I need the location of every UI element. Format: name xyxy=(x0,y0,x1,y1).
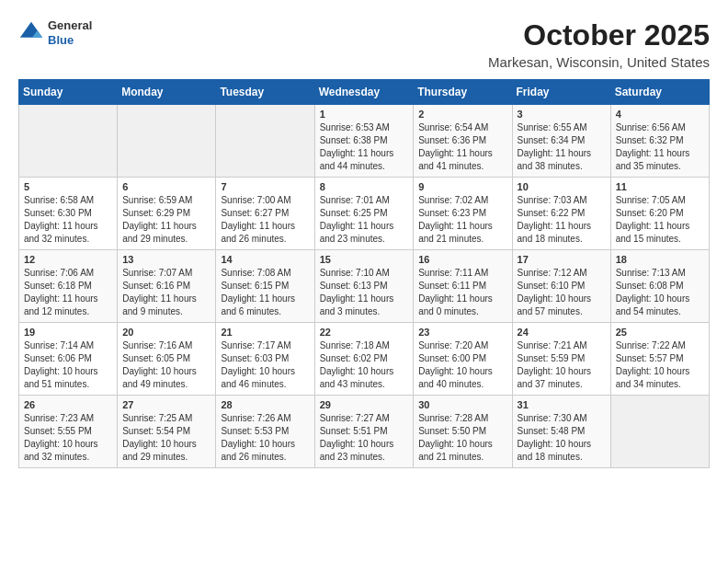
day-number: 26 xyxy=(24,399,112,410)
day-number: 18 xyxy=(616,254,704,265)
day-info: Sunrise: 7:20 AM Sunset: 6:00 PM Dayligh… xyxy=(418,339,506,391)
calendar-cell: 19Sunrise: 7:14 AM Sunset: 6:06 PM Dayli… xyxy=(19,323,118,396)
calendar-cell xyxy=(216,105,314,178)
calendar-table: SundayMondayTuesdayWednesdayThursdayFrid… xyxy=(18,79,710,468)
calendar-cell: 30Sunrise: 7:28 AM Sunset: 5:50 PM Dayli… xyxy=(414,396,512,468)
weekday-header: Wednesday xyxy=(314,80,414,105)
day-number: 11 xyxy=(616,181,704,192)
weekday-header: Sunday xyxy=(19,80,118,105)
day-info: Sunrise: 6:53 AM Sunset: 6:38 PM Dayligh… xyxy=(320,121,409,173)
day-number: 22 xyxy=(320,327,409,338)
day-number: 17 xyxy=(518,254,606,265)
calendar-week-row: 12Sunrise: 7:06 AM Sunset: 6:18 PM Dayli… xyxy=(19,250,710,323)
calendar-cell: 21Sunrise: 7:17 AM Sunset: 6:03 PM Dayli… xyxy=(216,323,314,396)
day-info: Sunrise: 7:23 AM Sunset: 5:55 PM Dayligh… xyxy=(24,412,112,464)
weekday-header: Tuesday xyxy=(216,80,314,105)
weekday-header-row: SundayMondayTuesdayWednesdayThursdayFrid… xyxy=(19,80,710,105)
calendar-cell: 8Sunrise: 7:01 AM Sunset: 6:25 PM Daylig… xyxy=(314,178,414,250)
day-number: 24 xyxy=(518,327,606,338)
day-number: 10 xyxy=(518,181,606,192)
calendar-cell: 3Sunrise: 6:55 AM Sunset: 6:34 PM Daylig… xyxy=(512,105,610,178)
logo-icon xyxy=(18,20,44,46)
day-info: Sunrise: 7:03 AM Sunset: 6:22 PM Dayligh… xyxy=(518,194,606,246)
day-info: Sunrise: 6:55 AM Sunset: 6:34 PM Dayligh… xyxy=(518,121,606,173)
calendar-cell: 18Sunrise: 7:13 AM Sunset: 6:08 PM Dayli… xyxy=(610,250,709,323)
day-number: 30 xyxy=(418,399,506,410)
calendar-cell: 13Sunrise: 7:07 AM Sunset: 6:16 PM Dayli… xyxy=(118,250,216,323)
day-number: 2 xyxy=(418,109,506,120)
day-number: 19 xyxy=(24,327,112,338)
day-info: Sunrise: 6:54 AM Sunset: 6:36 PM Dayligh… xyxy=(418,121,506,173)
day-info: Sunrise: 7:17 AM Sunset: 6:03 PM Dayligh… xyxy=(221,339,309,391)
day-number: 3 xyxy=(518,109,606,120)
day-number: 13 xyxy=(122,254,210,265)
day-info: Sunrise: 7:08 AM Sunset: 6:15 PM Dayligh… xyxy=(221,267,309,318)
calendar-cell: 24Sunrise: 7:21 AM Sunset: 5:59 PM Dayli… xyxy=(512,323,610,396)
day-info: Sunrise: 7:26 AM Sunset: 5:53 PM Dayligh… xyxy=(221,412,309,464)
day-number: 5 xyxy=(24,181,112,192)
calendar-week-row: 5Sunrise: 6:58 AM Sunset: 6:30 PM Daylig… xyxy=(19,178,710,250)
day-number: 7 xyxy=(221,181,309,192)
calendar-cell: 4Sunrise: 6:56 AM Sunset: 6:32 PM Daylig… xyxy=(610,105,709,178)
day-info: Sunrise: 7:30 AM Sunset: 5:48 PM Dayligh… xyxy=(518,412,606,464)
day-number: 27 xyxy=(122,399,210,410)
day-number: 4 xyxy=(616,109,704,120)
calendar-cell: 11Sunrise: 7:05 AM Sunset: 6:20 PM Dayli… xyxy=(610,178,709,250)
month-title: October 2025 xyxy=(488,18,710,52)
day-info: Sunrise: 6:56 AM Sunset: 6:32 PM Dayligh… xyxy=(616,121,704,173)
calendar-week-row: 1Sunrise: 6:53 AM Sunset: 6:38 PM Daylig… xyxy=(19,105,710,178)
day-number: 29 xyxy=(320,399,409,410)
page-header: General Blue October 2025 Markesan, Wisc… xyxy=(18,18,710,70)
calendar-cell: 26Sunrise: 7:23 AM Sunset: 5:55 PM Dayli… xyxy=(19,396,118,468)
calendar-cell: 15Sunrise: 7:10 AM Sunset: 6:13 PM Dayli… xyxy=(314,250,414,323)
calendar-cell: 29Sunrise: 7:27 AM Sunset: 5:51 PM Dayli… xyxy=(314,396,414,468)
logo-text: General Blue xyxy=(48,18,92,47)
day-info: Sunrise: 7:12 AM Sunset: 6:10 PM Dayligh… xyxy=(518,267,606,318)
day-info: Sunrise: 6:59 AM Sunset: 6:29 PM Dayligh… xyxy=(122,194,210,246)
day-info: Sunrise: 7:06 AM Sunset: 6:18 PM Dayligh… xyxy=(24,267,112,318)
calendar-cell xyxy=(610,396,709,468)
day-number: 20 xyxy=(122,327,210,338)
day-info: Sunrise: 7:02 AM Sunset: 6:23 PM Dayligh… xyxy=(418,194,506,246)
day-number: 12 xyxy=(24,254,112,265)
weekday-header: Monday xyxy=(118,80,216,105)
calendar-cell: 2Sunrise: 6:54 AM Sunset: 6:36 PM Daylig… xyxy=(414,105,512,178)
calendar-cell: 7Sunrise: 7:00 AM Sunset: 6:27 PM Daylig… xyxy=(216,178,314,250)
day-info: Sunrise: 7:13 AM Sunset: 6:08 PM Dayligh… xyxy=(616,267,704,318)
day-info: Sunrise: 7:25 AM Sunset: 5:54 PM Dayligh… xyxy=(122,412,210,464)
day-info: Sunrise: 7:28 AM Sunset: 5:50 PM Dayligh… xyxy=(418,412,506,464)
calendar-cell: 10Sunrise: 7:03 AM Sunset: 6:22 PM Dayli… xyxy=(512,178,610,250)
day-info: Sunrise: 7:11 AM Sunset: 6:11 PM Dayligh… xyxy=(418,267,506,318)
calendar-cell: 5Sunrise: 6:58 AM Sunset: 6:30 PM Daylig… xyxy=(19,178,118,250)
calendar-cell: 20Sunrise: 7:16 AM Sunset: 6:05 PM Dayli… xyxy=(118,323,216,396)
calendar-week-row: 19Sunrise: 7:14 AM Sunset: 6:06 PM Dayli… xyxy=(19,323,710,396)
calendar-cell: 23Sunrise: 7:20 AM Sunset: 6:00 PM Dayli… xyxy=(414,323,512,396)
day-info: Sunrise: 7:27 AM Sunset: 5:51 PM Dayligh… xyxy=(320,412,409,464)
day-number: 23 xyxy=(418,327,506,338)
day-number: 25 xyxy=(616,327,704,338)
day-info: Sunrise: 7:16 AM Sunset: 6:05 PM Dayligh… xyxy=(122,339,210,391)
calendar-cell: 6Sunrise: 6:59 AM Sunset: 6:29 PM Daylig… xyxy=(118,178,216,250)
calendar-cell xyxy=(19,105,118,178)
day-number: 16 xyxy=(418,254,506,265)
day-number: 21 xyxy=(221,327,309,338)
day-number: 28 xyxy=(221,399,309,410)
day-info: Sunrise: 7:01 AM Sunset: 6:25 PM Dayligh… xyxy=(320,194,409,246)
day-number: 8 xyxy=(320,181,409,192)
calendar-cell: 12Sunrise: 7:06 AM Sunset: 6:18 PM Dayli… xyxy=(19,250,118,323)
calendar-cell: 22Sunrise: 7:18 AM Sunset: 6:02 PM Dayli… xyxy=(314,323,414,396)
title-block: October 2025 Markesan, Wisconsin, United… xyxy=(488,18,710,70)
weekday-header: Friday xyxy=(512,80,610,105)
weekday-header: Saturday xyxy=(610,80,709,105)
calendar-cell: 14Sunrise: 7:08 AM Sunset: 6:15 PM Dayli… xyxy=(216,250,314,323)
location: Markesan, Wisconsin, United States xyxy=(488,54,710,70)
day-info: Sunrise: 7:18 AM Sunset: 6:02 PM Dayligh… xyxy=(320,339,409,391)
logo-general: General xyxy=(48,18,92,33)
calendar-cell: 27Sunrise: 7:25 AM Sunset: 5:54 PM Dayli… xyxy=(118,396,216,468)
calendar-week-row: 26Sunrise: 7:23 AM Sunset: 5:55 PM Dayli… xyxy=(19,396,710,468)
day-number: 31 xyxy=(518,399,606,410)
calendar-cell: 1Sunrise: 6:53 AM Sunset: 6:38 PM Daylig… xyxy=(314,105,414,178)
day-info: Sunrise: 7:10 AM Sunset: 6:13 PM Dayligh… xyxy=(320,267,409,318)
day-info: Sunrise: 7:21 AM Sunset: 5:59 PM Dayligh… xyxy=(518,339,606,391)
day-info: Sunrise: 7:14 AM Sunset: 6:06 PM Dayligh… xyxy=(24,339,112,391)
